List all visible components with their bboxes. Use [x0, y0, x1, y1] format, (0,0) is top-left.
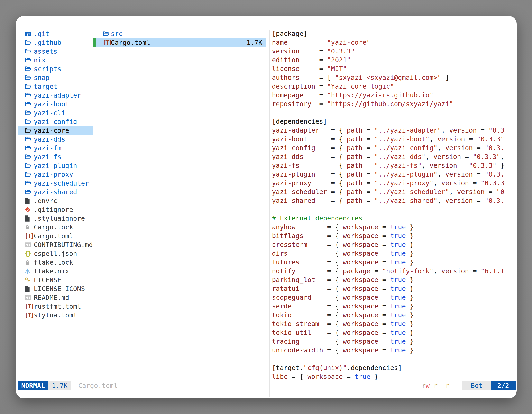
item-label: yazi-cli: [34, 109, 65, 117]
file-item-.gitignore[interactable]: .gitignore: [19, 205, 93, 214]
dir-item-yazi-fm[interactable]: yazi-fm: [19, 144, 93, 152]
code-line: yazi-config = { path = "../yazi-config",…: [272, 144, 517, 152]
dir-item-yazi-scheduler[interactable]: yazi-scheduler: [19, 179, 93, 188]
file-item-LICENSE-ICONS[interactable]: LICENSE-ICONS: [19, 284, 93, 293]
item-label: yazi-proxy: [34, 171, 73, 178]
item-label: LICENSE-ICONS: [34, 285, 85, 293]
item-label: CONTRIBUTING.md: [34, 241, 93, 249]
code-line: tokio-stream = { workspace = true }: [272, 319, 517, 328]
file-item-stylua.toml[interactable]: [T]stylua.toml: [19, 311, 93, 319]
file-item-cspell.json[interactable]: {}cspell.json: [19, 249, 93, 258]
toml-icon: [T]: [25, 312, 34, 318]
code-line: tokio = { workspace = true }: [272, 311, 517, 319]
folder-open-icon: [25, 109, 34, 116]
file-item-Cargo.toml[interactable]: [T]Cargo.toml1.7K: [94, 38, 266, 47]
file-item-CONTRIBUTING.md[interactable]: CONTRIBUTING.md: [19, 240, 93, 249]
code-line: yazi-adapter = { path = "../yazi-adapter…: [272, 126, 517, 135]
file-item-rustfmt.toml[interactable]: [T]rustfmt.toml: [19, 302, 93, 311]
code-line: yazi-fs = { path = "../yazi-fs", version…: [272, 161, 517, 170]
code-line: repository = "https://github.com/sxyazi/…: [272, 100, 517, 108]
cursor-counter-badge: 2/2: [491, 381, 516, 390]
dir-item-yazi-boot[interactable]: yazi-boot: [19, 100, 93, 108]
toml-icon: [T]: [25, 303, 34, 309]
folder-open-icon: [25, 39, 34, 46]
dir-item-yazi-dds[interactable]: yazi-dds: [19, 135, 93, 144]
dir-item-yazi-fs[interactable]: yazi-fs: [19, 152, 93, 161]
code-line: [272, 355, 517, 364]
json-braces-icon: {}: [25, 250, 34, 257]
git-folder-icon: [25, 30, 34, 37]
folder-open-icon: [25, 57, 34, 63]
item-label: flake.nix: [34, 267, 69, 275]
dir-item-target[interactable]: target: [19, 82, 93, 91]
dir-item-nix[interactable]: nix: [19, 56, 93, 64]
dir-item-yazi-adapter[interactable]: yazi-adapter: [19, 91, 93, 100]
file-item-flake.lock[interactable]: flake.lock: [19, 258, 93, 267]
preview-pane[interactable]: [package]name = "yazi-core"version = "0.…: [272, 29, 517, 381]
file-item-LICENSE[interactable]: LICENSE: [19, 276, 93, 284]
yazi-file-manager-window: .git.githubassetsnixscriptssnaptargetyaz…: [16, 16, 517, 398]
file-name-label: Cargo.toml: [78, 381, 118, 390]
item-label: .git: [34, 30, 49, 38]
item-label: yazi-fm: [34, 144, 61, 152]
code-line: name = "yazi-core": [272, 38, 517, 47]
code-line: homepage = "https://yazi-rs.github.io": [272, 91, 517, 100]
code-line: yazi-proxy = { path = "../yazi-proxy", v…: [272, 179, 517, 188]
code-line: scopeguard = { workspace = true }: [272, 293, 517, 302]
dir-item-yazi-cli[interactable]: yazi-cli: [19, 108, 93, 117]
item-label: nix: [34, 56, 46, 64]
status-bar: NORMAL 1.7K Cargo.toml -rw-r--r-- Bot 2/…: [18, 381, 516, 390]
code-line: crossterm = { workspace = true }: [272, 240, 517, 249]
item-label: yazi-fs: [34, 153, 61, 161]
pane-divider-left: [93, 30, 94, 397]
item-label: yazi-shared: [34, 188, 77, 196]
file-item-.envrc[interactable]: .envrc: [19, 196, 93, 205]
folder-open-icon: [25, 127, 34, 134]
dir-item-assets[interactable]: assets: [19, 47, 93, 56]
item-label: snap: [34, 74, 49, 82]
file-icon: [25, 215, 34, 222]
file-item-Cargo.toml[interactable]: [T]Cargo.toml: [19, 231, 93, 240]
item-label: target: [34, 83, 57, 90]
file-icon: [25, 198, 34, 204]
file-item-README.md[interactable]: README.md: [19, 293, 93, 302]
code-line: unicode-width = { workspace = true }: [272, 346, 517, 355]
dir-item-scripts[interactable]: scripts: [19, 64, 93, 73]
item-label: Cargo.lock: [34, 223, 73, 231]
file-item-.styluaignore[interactable]: .styluaignore: [19, 214, 93, 223]
code-line: edition = "2021": [272, 56, 517, 64]
item-label: stylua.toml: [34, 311, 77, 319]
dir-item-yazi-config[interactable]: yazi-config: [19, 117, 93, 126]
dir-item-yazi-proxy[interactable]: yazi-proxy: [19, 170, 93, 179]
status-spacer: [118, 381, 418, 390]
item-label: yazi-core: [34, 127, 69, 135]
item-label: src: [111, 30, 123, 38]
code-line: tokio-util = { workspace = true }: [272, 328, 517, 337]
dir-item-src[interactable]: src: [94, 29, 266, 38]
code-line: tracing = { workspace = true }: [272, 337, 517, 346]
folder-open-icon: [25, 180, 34, 187]
current-pane[interactable]: src[T]Cargo.toml1.7K: [94, 29, 266, 47]
folder-open-icon: [25, 118, 34, 125]
dir-item-yazi-shared[interactable]: yazi-shared: [19, 188, 93, 196]
dir-item-yazi-plugin[interactable]: yazi-plugin: [19, 161, 93, 170]
item-label: yazi-config: [34, 118, 77, 125]
lock-icon: [25, 259, 34, 266]
dir-item-snap[interactable]: snap: [19, 73, 93, 82]
folder-open-icon: [25, 154, 34, 160]
parent-pane[interactable]: .git.githubassetsnixscriptssnaptargetyaz…: [19, 29, 93, 319]
mode-indicator: NORMAL: [18, 381, 48, 390]
dir-item-.git[interactable]: .git: [19, 29, 93, 38]
item-label: README.md: [34, 294, 69, 301]
item-label: scripts: [34, 65, 61, 73]
file-icon: [25, 286, 34, 292]
item-size: 1.7K: [247, 39, 266, 47]
file-item-Cargo.lock[interactable]: Cargo.lock: [19, 223, 93, 231]
item-label: yazi-dds: [34, 135, 65, 143]
dir-item-.github[interactable]: .github: [19, 38, 93, 47]
file-size-badge: 1.7K: [48, 381, 71, 390]
code-line: yazi-shared = { path = "../yazi-shared",…: [272, 196, 517, 205]
dir-item-yazi-core[interactable]: yazi-core: [19, 126, 93, 135]
file-item-flake.nix[interactable]: flake.nix: [19, 267, 93, 276]
item-label: yazi-adapter: [34, 91, 81, 99]
